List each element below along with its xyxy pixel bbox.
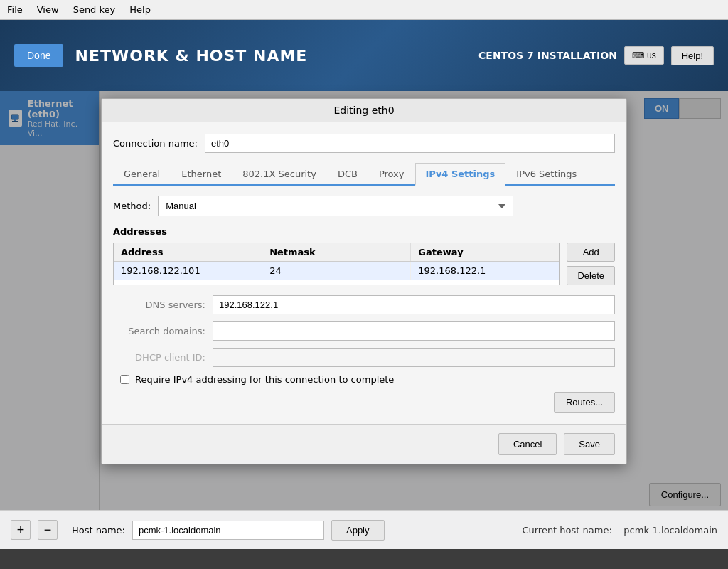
connection-name-row: Connection name: xyxy=(113,134,615,153)
dialog-title: Editing eth0 xyxy=(102,99,626,122)
col-netmask: Netmask xyxy=(262,243,411,261)
dialog-tabs: General Ethernet 802.1X Security DCB Pro… xyxy=(113,163,615,186)
keyboard-icon: ⌨ xyxy=(632,50,644,60)
main-area: Ethernet (eth0) Red Hat, Inc. Vi... ON C… xyxy=(0,91,728,549)
dns-row: DNS servers: xyxy=(113,295,615,314)
tab-ipv6[interactable]: IPv6 Settings xyxy=(505,163,587,184)
connection-name-input[interactable] xyxy=(205,134,615,153)
current-host-display: Current host name: pcmk-1.localdomain xyxy=(522,525,717,536)
routes-row: Routes... xyxy=(113,392,615,413)
address-table-header: Address Netmask Gateway xyxy=(114,243,559,262)
page-title: NETWORK & HOST NAME xyxy=(75,47,307,65)
tab-dcb[interactable]: DCB xyxy=(327,163,368,184)
keyboard-button[interactable]: ⌨ us xyxy=(624,46,664,65)
menu-help[interactable]: Help xyxy=(122,1,158,18)
top-header: Done NETWORK & HOST NAME CENTOS 7 INSTAL… xyxy=(0,20,728,91)
tab-proxy[interactable]: Proxy xyxy=(368,163,415,184)
connection-name-label: Connection name: xyxy=(113,138,198,149)
dialog-body: Connection name: General Ethernet 802.1X… xyxy=(102,122,626,424)
bottom-bar: + − Host name: Apply Current host name: … xyxy=(0,510,728,549)
menubar: File View Send key Help xyxy=(0,0,728,20)
keyboard-locale: us xyxy=(647,50,656,60)
done-button[interactable]: Done xyxy=(14,44,63,67)
editing-dialog: Editing eth0 Connection name: General Et… xyxy=(101,98,627,464)
current-host-value: pcmk-1.localdomain xyxy=(623,525,717,536)
help-button[interactable]: Help! xyxy=(671,46,714,65)
remove-network-button[interactable]: − xyxy=(38,520,58,540)
hostname-label: Host name: xyxy=(72,525,125,536)
table-row[interactable]: 192.168.122.101 24 192.168.122.1 xyxy=(114,262,559,280)
col-address: Address xyxy=(114,243,262,261)
dhcp-row: DHCP client ID: xyxy=(113,348,615,367)
search-domains-input[interactable] xyxy=(213,321,615,341)
method-label: Method: xyxy=(113,201,151,211)
cancel-button[interactable]: Cancel xyxy=(498,433,557,455)
add-address-button[interactable]: Add xyxy=(567,243,615,262)
tab-general[interactable]: General xyxy=(113,163,171,184)
current-host-label: Current host name: xyxy=(522,525,611,536)
cell-netmask: 24 xyxy=(262,262,411,280)
menu-file[interactable]: File xyxy=(0,1,30,18)
col-gateway: Gateway xyxy=(411,243,559,261)
routes-button[interactable]: Routes... xyxy=(554,392,615,413)
search-domains-label: Search domains: xyxy=(113,326,205,336)
tab-8021x[interactable]: 802.1X Security xyxy=(232,163,327,184)
cell-address: 192.168.122.101 xyxy=(114,262,262,280)
method-row: Method: Manual Automatic (DHCP) Link-Loc… xyxy=(113,196,615,216)
require-ipv4-label[interactable]: Require IPv4 addressing for this connect… xyxy=(135,374,394,385)
add-network-button[interactable]: + xyxy=(11,520,31,540)
require-ipv4-checkbox[interactable] xyxy=(120,375,129,384)
menu-view[interactable]: View xyxy=(30,1,66,18)
dhcp-input[interactable] xyxy=(213,348,615,367)
save-button[interactable]: Save xyxy=(564,433,615,455)
require-ipv4-row: Require IPv4 addressing for this connect… xyxy=(113,374,615,385)
dns-input[interactable] xyxy=(213,295,615,314)
addresses-table: Address Netmask Gateway 192.168.122.101 … xyxy=(113,243,560,285)
addresses-container: Address Netmask Gateway 192.168.122.101 … xyxy=(113,243,615,285)
menu-sendkey[interactable]: Send key xyxy=(66,1,123,18)
dialog-overlay: Editing eth0 Connection name: General Et… xyxy=(0,91,728,549)
address-buttons: Add Delete xyxy=(567,243,615,285)
tab-ipv4[interactable]: IPv4 Settings xyxy=(415,163,506,186)
dhcp-label: DHCP client ID: xyxy=(113,352,205,363)
search-domains-row: Search domains: xyxy=(113,321,615,341)
tab-ethernet[interactable]: Ethernet xyxy=(171,163,232,184)
dns-label: DNS servers: xyxy=(113,299,205,310)
addresses-title: Addresses xyxy=(113,226,615,237)
apply-button[interactable]: Apply xyxy=(331,520,385,541)
delete-address-button[interactable]: Delete xyxy=(567,266,615,285)
centos-label: CENTOS 7 INSTALLATION xyxy=(478,50,617,61)
dialog-footer: Cancel Save xyxy=(102,424,626,464)
hostname-input[interactable] xyxy=(132,521,324,540)
method-select[interactable]: Manual Automatic (DHCP) Link-Local Only … xyxy=(158,196,513,216)
cell-gateway: 192.168.122.1 xyxy=(411,262,559,280)
